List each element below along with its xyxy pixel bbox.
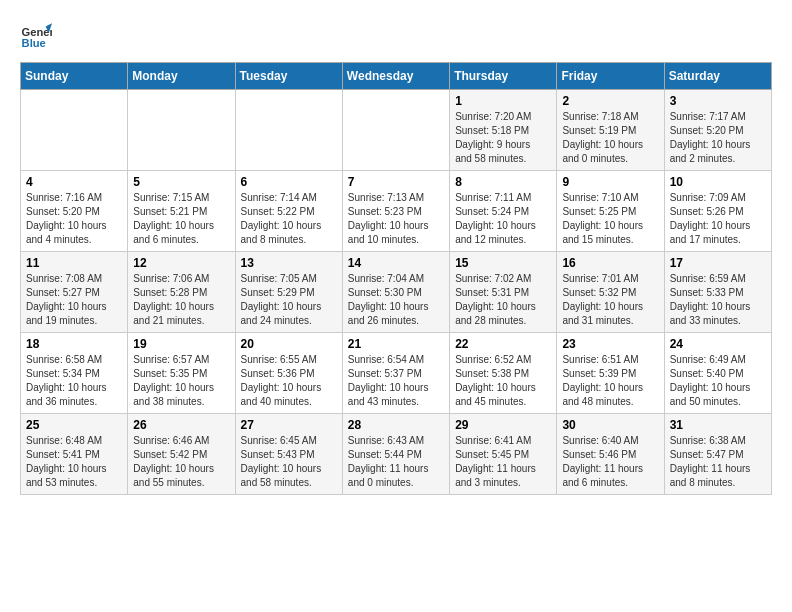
day-info: Sunrise: 7:02 AM Sunset: 5:31 PM Dayligh… bbox=[455, 272, 551, 328]
day-number: 11 bbox=[26, 256, 122, 270]
logo: General Blue bbox=[20, 20, 52, 52]
svg-text:Blue: Blue bbox=[22, 37, 46, 49]
calendar-cell: 22Sunrise: 6:52 AM Sunset: 5:38 PM Dayli… bbox=[450, 333, 557, 414]
calendar-cell: 23Sunrise: 6:51 AM Sunset: 5:39 PM Dayli… bbox=[557, 333, 664, 414]
day-number: 26 bbox=[133, 418, 229, 432]
day-number: 25 bbox=[26, 418, 122, 432]
day-number: 6 bbox=[241, 175, 337, 189]
calendar-cell: 27Sunrise: 6:45 AM Sunset: 5:43 PM Dayli… bbox=[235, 414, 342, 495]
day-info: Sunrise: 6:57 AM Sunset: 5:35 PM Dayligh… bbox=[133, 353, 229, 409]
day-info: Sunrise: 7:15 AM Sunset: 5:21 PM Dayligh… bbox=[133, 191, 229, 247]
calendar-cell: 6Sunrise: 7:14 AM Sunset: 5:22 PM Daylig… bbox=[235, 171, 342, 252]
day-info: Sunrise: 6:51 AM Sunset: 5:39 PM Dayligh… bbox=[562, 353, 658, 409]
calendar-cell: 29Sunrise: 6:41 AM Sunset: 5:45 PM Dayli… bbox=[450, 414, 557, 495]
day-number: 12 bbox=[133, 256, 229, 270]
day-info: Sunrise: 7:20 AM Sunset: 5:18 PM Dayligh… bbox=[455, 110, 551, 166]
day-number: 29 bbox=[455, 418, 551, 432]
day-info: Sunrise: 6:54 AM Sunset: 5:37 PM Dayligh… bbox=[348, 353, 444, 409]
calendar-header-sunday: Sunday bbox=[21, 63, 128, 90]
day-info: Sunrise: 7:08 AM Sunset: 5:27 PM Dayligh… bbox=[26, 272, 122, 328]
day-info: Sunrise: 7:10 AM Sunset: 5:25 PM Dayligh… bbox=[562, 191, 658, 247]
calendar-header-wednesday: Wednesday bbox=[342, 63, 449, 90]
calendar-header-thursday: Thursday bbox=[450, 63, 557, 90]
calendar-cell bbox=[21, 90, 128, 171]
calendar-week-row: 11Sunrise: 7:08 AM Sunset: 5:27 PM Dayli… bbox=[21, 252, 772, 333]
calendar-cell: 3Sunrise: 7:17 AM Sunset: 5:20 PM Daylig… bbox=[664, 90, 771, 171]
day-info: Sunrise: 7:18 AM Sunset: 5:19 PM Dayligh… bbox=[562, 110, 658, 166]
calendar-cell: 30Sunrise: 6:40 AM Sunset: 5:46 PM Dayli… bbox=[557, 414, 664, 495]
day-number: 7 bbox=[348, 175, 444, 189]
calendar-cell: 20Sunrise: 6:55 AM Sunset: 5:36 PM Dayli… bbox=[235, 333, 342, 414]
day-number: 17 bbox=[670, 256, 766, 270]
day-info: Sunrise: 7:17 AM Sunset: 5:20 PM Dayligh… bbox=[670, 110, 766, 166]
day-info: Sunrise: 7:16 AM Sunset: 5:20 PM Dayligh… bbox=[26, 191, 122, 247]
day-info: Sunrise: 7:04 AM Sunset: 5:30 PM Dayligh… bbox=[348, 272, 444, 328]
calendar-cell: 15Sunrise: 7:02 AM Sunset: 5:31 PM Dayli… bbox=[450, 252, 557, 333]
calendar-cell: 5Sunrise: 7:15 AM Sunset: 5:21 PM Daylig… bbox=[128, 171, 235, 252]
day-number: 16 bbox=[562, 256, 658, 270]
calendar-cell: 26Sunrise: 6:46 AM Sunset: 5:42 PM Dayli… bbox=[128, 414, 235, 495]
day-number: 13 bbox=[241, 256, 337, 270]
calendar-cell: 14Sunrise: 7:04 AM Sunset: 5:30 PM Dayli… bbox=[342, 252, 449, 333]
day-number: 31 bbox=[670, 418, 766, 432]
calendar-cell bbox=[342, 90, 449, 171]
day-info: Sunrise: 6:46 AM Sunset: 5:42 PM Dayligh… bbox=[133, 434, 229, 490]
day-info: Sunrise: 6:48 AM Sunset: 5:41 PM Dayligh… bbox=[26, 434, 122, 490]
day-number: 24 bbox=[670, 337, 766, 351]
day-number: 28 bbox=[348, 418, 444, 432]
day-number: 27 bbox=[241, 418, 337, 432]
day-number: 15 bbox=[455, 256, 551, 270]
calendar-cell: 1Sunrise: 7:20 AM Sunset: 5:18 PM Daylig… bbox=[450, 90, 557, 171]
day-info: Sunrise: 7:05 AM Sunset: 5:29 PM Dayligh… bbox=[241, 272, 337, 328]
calendar-header-saturday: Saturday bbox=[664, 63, 771, 90]
day-number: 18 bbox=[26, 337, 122, 351]
day-info: Sunrise: 6:58 AM Sunset: 5:34 PM Dayligh… bbox=[26, 353, 122, 409]
day-number: 22 bbox=[455, 337, 551, 351]
calendar-cell bbox=[235, 90, 342, 171]
calendar-cell: 10Sunrise: 7:09 AM Sunset: 5:26 PM Dayli… bbox=[664, 171, 771, 252]
calendar-week-row: 25Sunrise: 6:48 AM Sunset: 5:41 PM Dayli… bbox=[21, 414, 772, 495]
day-number: 5 bbox=[133, 175, 229, 189]
calendar-cell: 4Sunrise: 7:16 AM Sunset: 5:20 PM Daylig… bbox=[21, 171, 128, 252]
calendar-cell: 7Sunrise: 7:13 AM Sunset: 5:23 PM Daylig… bbox=[342, 171, 449, 252]
logo-icon: General Blue bbox=[20, 20, 52, 52]
day-info: Sunrise: 6:45 AM Sunset: 5:43 PM Dayligh… bbox=[241, 434, 337, 490]
calendar-cell: 24Sunrise: 6:49 AM Sunset: 5:40 PM Dayli… bbox=[664, 333, 771, 414]
day-info: Sunrise: 7:13 AM Sunset: 5:23 PM Dayligh… bbox=[348, 191, 444, 247]
day-info: Sunrise: 6:41 AM Sunset: 5:45 PM Dayligh… bbox=[455, 434, 551, 490]
calendar-cell bbox=[128, 90, 235, 171]
day-info: Sunrise: 6:59 AM Sunset: 5:33 PM Dayligh… bbox=[670, 272, 766, 328]
calendar-cell: 11Sunrise: 7:08 AM Sunset: 5:27 PM Dayli… bbox=[21, 252, 128, 333]
day-number: 14 bbox=[348, 256, 444, 270]
calendar-cell: 25Sunrise: 6:48 AM Sunset: 5:41 PM Dayli… bbox=[21, 414, 128, 495]
calendar-week-row: 18Sunrise: 6:58 AM Sunset: 5:34 PM Dayli… bbox=[21, 333, 772, 414]
day-number: 20 bbox=[241, 337, 337, 351]
day-number: 9 bbox=[562, 175, 658, 189]
calendar-header-monday: Monday bbox=[128, 63, 235, 90]
calendar-cell: 18Sunrise: 6:58 AM Sunset: 5:34 PM Dayli… bbox=[21, 333, 128, 414]
day-info: Sunrise: 7:11 AM Sunset: 5:24 PM Dayligh… bbox=[455, 191, 551, 247]
day-info: Sunrise: 7:06 AM Sunset: 5:28 PM Dayligh… bbox=[133, 272, 229, 328]
day-number: 23 bbox=[562, 337, 658, 351]
calendar-cell: 21Sunrise: 6:54 AM Sunset: 5:37 PM Dayli… bbox=[342, 333, 449, 414]
calendar-cell: 31Sunrise: 6:38 AM Sunset: 5:47 PM Dayli… bbox=[664, 414, 771, 495]
day-number: 3 bbox=[670, 94, 766, 108]
day-number: 4 bbox=[26, 175, 122, 189]
calendar-header-row: SundayMondayTuesdayWednesdayThursdayFrid… bbox=[21, 63, 772, 90]
calendar-week-row: 4Sunrise: 7:16 AM Sunset: 5:20 PM Daylig… bbox=[21, 171, 772, 252]
day-info: Sunrise: 6:38 AM Sunset: 5:47 PM Dayligh… bbox=[670, 434, 766, 490]
calendar-cell: 2Sunrise: 7:18 AM Sunset: 5:19 PM Daylig… bbox=[557, 90, 664, 171]
day-number: 19 bbox=[133, 337, 229, 351]
day-number: 2 bbox=[562, 94, 658, 108]
day-info: Sunrise: 6:43 AM Sunset: 5:44 PM Dayligh… bbox=[348, 434, 444, 490]
calendar-cell: 12Sunrise: 7:06 AM Sunset: 5:28 PM Dayli… bbox=[128, 252, 235, 333]
calendar-cell: 8Sunrise: 7:11 AM Sunset: 5:24 PM Daylig… bbox=[450, 171, 557, 252]
day-info: Sunrise: 6:52 AM Sunset: 5:38 PM Dayligh… bbox=[455, 353, 551, 409]
day-number: 8 bbox=[455, 175, 551, 189]
day-info: Sunrise: 6:40 AM Sunset: 5:46 PM Dayligh… bbox=[562, 434, 658, 490]
day-info: Sunrise: 7:09 AM Sunset: 5:26 PM Dayligh… bbox=[670, 191, 766, 247]
day-info: Sunrise: 7:14 AM Sunset: 5:22 PM Dayligh… bbox=[241, 191, 337, 247]
calendar-cell: 28Sunrise: 6:43 AM Sunset: 5:44 PM Dayli… bbox=[342, 414, 449, 495]
day-info: Sunrise: 7:01 AM Sunset: 5:32 PM Dayligh… bbox=[562, 272, 658, 328]
calendar-cell: 13Sunrise: 7:05 AM Sunset: 5:29 PM Dayli… bbox=[235, 252, 342, 333]
